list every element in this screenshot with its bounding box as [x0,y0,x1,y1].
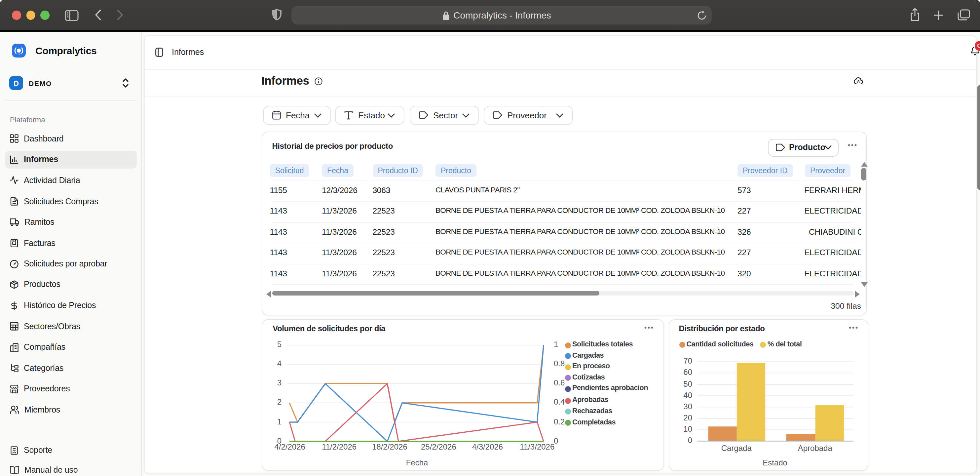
svg-text:8: 8 [857,79,859,84]
